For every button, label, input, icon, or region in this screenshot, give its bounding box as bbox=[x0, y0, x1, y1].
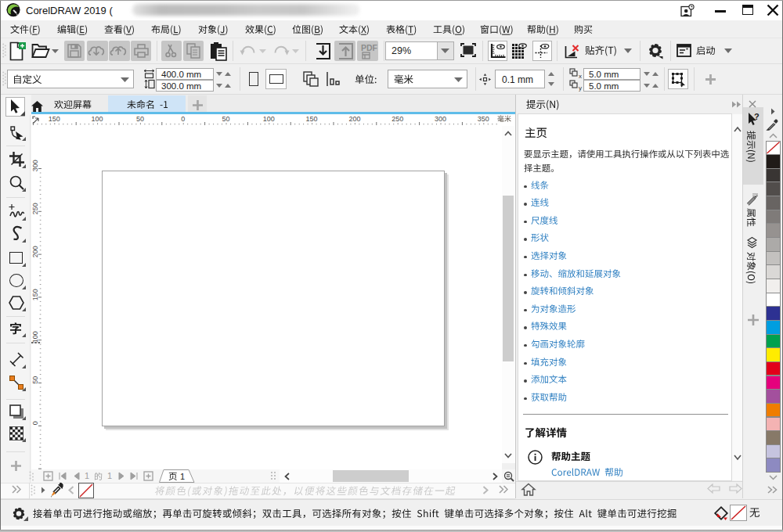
svg-text:?: ? bbox=[754, 112, 760, 121]
